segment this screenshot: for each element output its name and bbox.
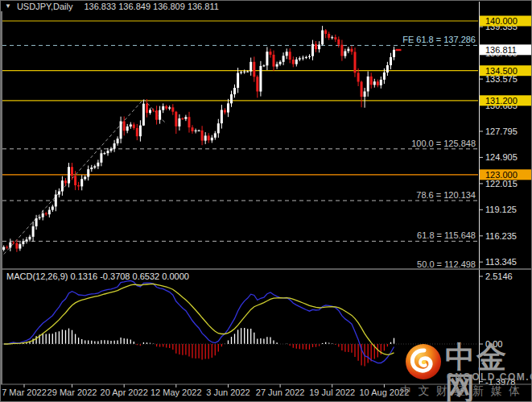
level-123.000-label: 123.000 (485, 170, 518, 180)
date-tick-19-Jul-2022: 19 Jul 2022 (309, 387, 355, 397)
date-tick-29-Mar-2022: 29 Mar 2022 (47, 387, 97, 397)
price-tick-113.345: 113.345 (485, 257, 517, 267)
level-140.000-label: 140.000 (485, 16, 518, 26)
date-tick-3-Jun-2022: 3 Jun 2022 (206, 387, 250, 397)
collapse-triangle-icon[interactable]: ▼ (5, 2, 11, 10)
current-price-label: 136.811 (485, 45, 517, 55)
watermark-tagline-text: 中文财经新媒体 (400, 384, 527, 399)
price-tick-127.795: 127.795 (485, 126, 518, 136)
fib-label-137.286: FE 61.8 = 137.286 (402, 35, 476, 44)
macd-indicator-label: MACD(12,26,9) 0.1316 -0.3708 0.6532 0.00… (6, 271, 189, 281)
mt4-chart-window: FE 61.8 = 137.286100.0 = 125.84878.6 = 1… (0, 0, 532, 402)
fib-label-120.134: 78.6 = 120.134 (416, 190, 476, 200)
fib-label-125.848: 100.0 = 125.848 (411, 139, 476, 148)
chart-title-bar: ▼ USDJPY,Daily 136.833 136.849 136.809 1… (5, 1, 219, 11)
macd-histogram (4, 328, 394, 367)
price-tick-122.015: 122.015 (485, 179, 518, 189)
fib-label-115.648: 61.8 = 115.648 (417, 230, 476, 240)
symbol-period-label: USDJPY,Daily (17, 2, 73, 11)
price-pane[interactable]: FE 61.8 = 137.286100.0 = 125.84878.6 = 1… (2, 21, 478, 270)
macd-tick-2.5146: 2.5146 (485, 271, 513, 281)
level-134.500-label: 134.500 (485, 66, 518, 76)
date-tick-20-Apr-2022: 20 Apr 2022 (101, 387, 148, 397)
price-tick-124.905: 124.905 (485, 152, 518, 162)
price-tick-116.235: 116.235 (485, 231, 517, 241)
date-tick-27-Jun-2022: 27 Jun 2022 (256, 387, 305, 397)
ohlc-quote-values: 136.833 136.849 136.809 136.811 (84, 2, 218, 11)
date-tick-7-Mar-2022: 7 Mar 2022 (2, 387, 47, 397)
price-tick-119.125: 119.125 (485, 205, 517, 214)
date-tick-12-May-2022: 12 May 2022 (151, 387, 202, 397)
candlestick-series[interactable] (2, 26, 395, 252)
watermark-domain-text: CNGOLD.COM.CN (447, 371, 532, 383)
time-axis[interactable]: 7 Mar 202229 Mar 202220 Apr 202212 May 2… (2, 384, 409, 397)
cngold-logo-icon (405, 343, 442, 380)
current-price-marker (396, 49, 402, 51)
level-131.200-label: 131.200 (485, 96, 518, 106)
price-axis[interactable]: 139.355136.465133.575130.685127.795124.9… (480, 16, 531, 387)
fib-label-112.498: 50.0 = 112.498 (417, 259, 476, 269)
